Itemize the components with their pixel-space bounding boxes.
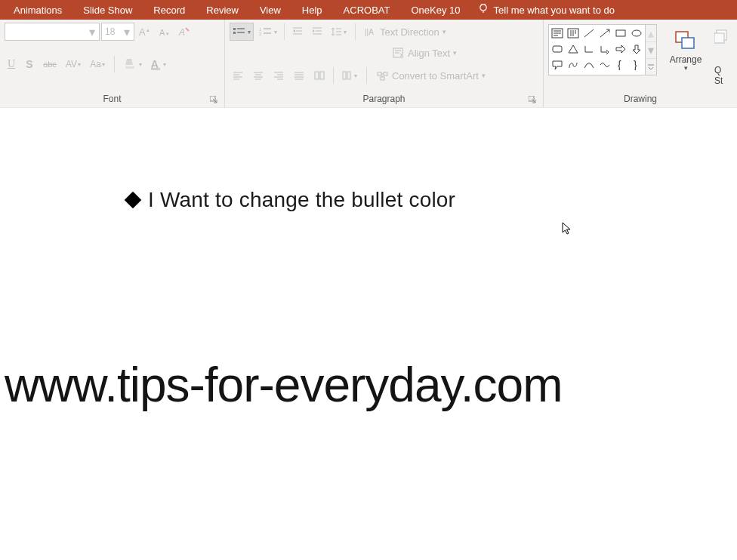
shape-callout-icon[interactable] [550, 57, 565, 72]
svg-rect-49 [343, 72, 346, 79]
quick-styles-label-line1: Q [714, 65, 723, 75]
align-text-button[interactable]: Align Text ▾ [390, 46, 460, 60]
shape-vertical-textbox-icon[interactable] [566, 26, 581, 41]
align-right-button[interactable] [270, 66, 287, 85]
highlight-color-button[interactable]: ▾ [122, 55, 144, 73]
smartart-label: Convert to SmartArt [392, 70, 479, 82]
change-case-label: Aa [90, 59, 101, 69]
dialog-launcher-icon[interactable] [527, 94, 538, 105]
separator [355, 23, 356, 40]
svg-point-66 [632, 30, 641, 36]
decrease-font-button[interactable]: A▾ [156, 23, 174, 41]
character-spacing-button[interactable]: AV ▾ [63, 55, 83, 73]
svg-line-3 [484, 4, 485, 5]
svg-rect-52 [384, 72, 387, 75]
shapes-gallery[interactable]: { } ▴ ▾ [548, 24, 657, 75]
line-spacing-button[interactable]: ▾ [328, 23, 349, 41]
chevron-down-icon: ▾ [87, 25, 97, 39]
svg-rect-47 [315, 72, 319, 79]
chevron-down-icon: ▾ [248, 29, 251, 35]
drawing-group: { } ▴ ▾ Arrange ▾ [544, 20, 737, 107]
chevron-down-icon: ▾ [102, 61, 105, 68]
clear-formatting-button[interactable]: A [175, 23, 193, 41]
svg-rect-50 [347, 72, 350, 79]
svg-rect-74 [714, 33, 724, 43]
slide-canvas[interactable]: I Want to change the bullet color www.ti… [0, 108, 737, 558]
svg-text:A: A [139, 26, 146, 38]
gallery-more-button[interactable] [646, 58, 656, 75]
columns-dropdown-button[interactable]: ▾ [339, 66, 359, 85]
gallery-scroll-down-button[interactable]: ▾ [646, 42, 656, 58]
shape-arrow-icon[interactable] [597, 26, 612, 41]
shape-freeform-icon[interactable] [566, 57, 581, 72]
shape-elbow-connector-icon[interactable] [581, 42, 597, 57]
shape-textbox-icon[interactable] [550, 26, 565, 41]
tab-slide-show[interactable]: Slide Show [72, 0, 143, 20]
slide-bullet-text[interactable]: I Want to change the bullet color [148, 188, 455, 212]
shape-wave-icon[interactable] [597, 57, 612, 72]
align-center-button[interactable] [250, 66, 267, 85]
chevron-down-icon: ▾ [482, 72, 486, 79]
separator [114, 56, 115, 72]
shape-curve-icon[interactable] [581, 57, 597, 72]
chevron-down-icon: ▾ [344, 29, 347, 35]
font-size-combo[interactable]: ▾ [101, 23, 134, 41]
shape-rectangle-icon[interactable] [613, 26, 628, 41]
text-direction-button[interactable]: ||A Text Direction ▾ [362, 25, 449, 39]
font-family-input[interactable] [5, 26, 87, 37]
tell-me-placeholder: Tell me what you want to do [494, 5, 615, 16]
bulleted-text-block[interactable]: I Want to change the bullet color [127, 188, 455, 212]
tab-acrobat[interactable]: ACROBAT [333, 0, 401, 20]
svg-text:||A: ||A [365, 28, 374, 36]
shape-elbow-arrow-icon[interactable] [597, 42, 612, 57]
paragraph-group: ▾ 12 ▾ ▾ ||A [225, 20, 544, 107]
svg-rect-53 [381, 77, 384, 80]
tab-onekey[interactable]: OneKey 10 [401, 0, 471, 20]
svg-text:▾: ▾ [166, 31, 169, 36]
font-family-combo[interactable]: ▾ [5, 23, 100, 41]
convert-to-smartart-button[interactable]: Convert to SmartArt ▾ [374, 69, 489, 83]
smartart-icon [377, 70, 389, 81]
shape-triangle-icon[interactable] [566, 42, 581, 57]
text-shadow-button[interactable]: S [23, 55, 36, 73]
shape-rounded-rect-icon[interactable] [550, 42, 565, 57]
underline-button[interactable]: U [5, 55, 18, 73]
shape-down-arrow-icon[interactable] [629, 42, 644, 57]
justify-button[interactable] [291, 66, 307, 85]
tell-me-search[interactable]: Tell me what you want to do [477, 2, 615, 17]
svg-line-63 [584, 29, 594, 37]
svg-text:▴: ▴ [146, 27, 150, 32]
gallery-scroll-up-button[interactable]: ▴ [646, 25, 656, 42]
svg-rect-9 [125, 66, 134, 69]
svg-line-64 [600, 30, 609, 37]
arrange-button[interactable]: Arrange ▾ [663, 24, 708, 72]
tab-view[interactable]: View [249, 0, 291, 20]
shape-line-icon[interactable] [581, 26, 597, 41]
change-case-button[interactable]: Aa ▾ [88, 55, 107, 73]
tab-record[interactable]: Record [143, 0, 196, 20]
increase-font-button[interactable]: A▴ [136, 23, 154, 41]
watermark-text: www.tips-for-everyday.com [5, 357, 562, 413]
shape-oval-icon[interactable] [629, 26, 644, 41]
svg-text:}: } [634, 60, 637, 70]
shape-right-arrow-icon[interactable] [613, 42, 628, 57]
font-size-input[interactable] [102, 26, 122, 37]
strikethrough-button[interactable]: abc [41, 55, 59, 73]
shape-left-brace-icon[interactable]: { [613, 57, 628, 72]
increase-indent-button[interactable] [309, 23, 325, 41]
align-left-button[interactable] [230, 66, 246, 85]
dialog-launcher-icon[interactable] [208, 94, 219, 105]
shape-right-brace-icon[interactable]: } [629, 57, 644, 72]
columns-button[interactable] [311, 66, 328, 85]
font-color-button[interactable]: A ▾ [149, 55, 168, 73]
tab-help[interactable]: Help [291, 0, 333, 20]
drawing-group-label: Drawing [548, 91, 732, 107]
quick-styles-partial[interactable]: Q St [714, 24, 728, 86]
lightbulb-icon [477, 2, 489, 17]
tab-review[interactable]: Review [196, 0, 249, 20]
decrease-indent-button[interactable] [289, 23, 306, 41]
tab-animations[interactable]: Animations [3, 0, 72, 20]
numbering-button[interactable]: 12 ▾ [257, 23, 279, 41]
bullets-button[interactable]: ▾ [230, 23, 254, 41]
mouse-cursor-icon [562, 222, 572, 235]
